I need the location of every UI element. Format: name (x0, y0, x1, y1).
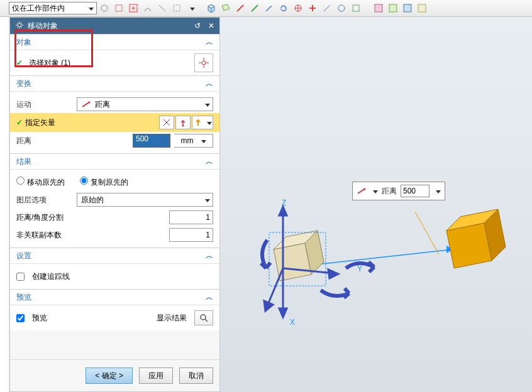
radio-copy[interactable]: 复制原先的 (80, 177, 128, 188)
toolbar-icon[interactable] (97, 1, 111, 15)
circle-icon[interactable] (335, 1, 348, 15)
toolbar-icon[interactable] (372, 1, 385, 15)
show-result-label: 显示结果 (157, 313, 187, 324)
chevron-up-icon: ︿ (206, 156, 213, 167)
toolbar-icon[interactable] (170, 1, 184, 15)
toolbar-icon[interactable] (415, 1, 429, 15)
arrow-icon[interactable] (262, 1, 276, 15)
distance-input[interactable]: 500 (133, 134, 170, 148)
svg-line-28 (21, 26, 23, 28)
svg-line-29 (17, 26, 18, 28)
svg-line-46 (267, 268, 283, 306)
close-icon[interactable]: ✕ (208, 21, 214, 30)
radio-move-input[interactable] (16, 177, 25, 185)
section-object-header[interactable]: 对象 ︿ (10, 34, 219, 50)
toolbar-icon[interactable] (126, 1, 140, 15)
layer-value: 原始的 (81, 195, 104, 205)
distance-icon (357, 187, 367, 195)
plus-icon[interactable] (306, 1, 319, 15)
vector-method-combo[interactable] (192, 116, 213, 129)
svg-line-9 (266, 6, 271, 11)
chevron-up-icon: ︿ (206, 292, 213, 303)
svg-line-15 (324, 5, 330, 11)
svg-line-41 (205, 319, 208, 322)
filter-value: 仅在工作部件内 (12, 3, 65, 14)
motion-value: 距离 (95, 99, 110, 110)
panel-title-text: 移动对象 (28, 21, 58, 31)
svg-rect-1 (116, 5, 122, 11)
section-title: 变换 (16, 79, 31, 89)
svg-point-16 (338, 5, 345, 11)
check-icon (16, 58, 25, 67)
divide-input[interactable] (169, 210, 213, 224)
svg-point-40 (201, 315, 206, 320)
refresh-icon[interactable] (277, 1, 291, 15)
vector-label: 指定矢量 (25, 117, 55, 128)
target-icon[interactable] (291, 1, 305, 15)
chevron-up-icon: ︿ (206, 251, 213, 261)
svg-point-22 (18, 23, 21, 27)
svg-line-42 (415, 212, 439, 254)
toolbar-icon[interactable] (141, 1, 155, 15)
copies-label: 非关联副本数 (16, 230, 165, 241)
cancel-button[interactable]: 取消 (179, 368, 213, 384)
section-title: 对象 (16, 37, 31, 48)
check-icon (16, 118, 25, 127)
toolbar-icon[interactable] (112, 1, 126, 15)
svg-line-5 (159, 5, 165, 11)
left-ruler (0, 17, 9, 392)
toolbar-icon[interactable] (386, 1, 400, 15)
float-distance-field[interactable] (401, 185, 429, 197)
copies-input[interactable] (169, 228, 213, 242)
chevron-down-icon[interactable] (370, 187, 378, 195)
section-title: 预览 (16, 292, 31, 303)
floating-distance-input[interactable]: 距离 (352, 182, 445, 200)
section-transform-header[interactable]: 变换 ︿ (10, 75, 219, 92)
reset-icon[interactable]: ↺ (194, 21, 201, 30)
svg-rect-17 (353, 5, 359, 11)
vector-flip-button[interactable] (175, 116, 191, 129)
line-icon[interactable] (233, 1, 247, 15)
face-icon[interactable] (219, 1, 233, 15)
toolbar-icon[interactable] (401, 1, 414, 15)
preview-checkbox[interactable] (16, 314, 25, 322)
distance-icon (81, 101, 91, 108)
cube-icon[interactable] (204, 1, 218, 15)
assembly-filter-combo[interactable]: 仅在工作部件内 (9, 2, 97, 14)
line-icon[interactable] (320, 1, 334, 15)
chevron-down-icon[interactable] (184, 1, 198, 15)
line-icon[interactable] (248, 1, 262, 15)
motion-select[interactable]: 距离 (77, 97, 213, 111)
panel-titlebar: 移动对象 ↺ ✕ (10, 18, 219, 34)
unit-combo[interactable]: mm (174, 134, 213, 148)
toolbar-icon[interactable] (155, 1, 169, 15)
vector-axis-button[interactable] (159, 116, 174, 129)
gear-icon (15, 21, 24, 31)
section-result-header[interactable]: 结果 ︿ (10, 153, 219, 170)
axis-z-label: Z (282, 199, 286, 207)
layer-select[interactable]: 原始的 (77, 193, 213, 207)
svg-point-0 (101, 5, 108, 11)
section-title: 设置 (16, 251, 31, 261)
section-preview-header[interactable]: 预览 ︿ (10, 289, 219, 305)
chevron-down-icon (202, 195, 210, 204)
show-result-button[interactable] (194, 310, 213, 325)
chevron-down-icon[interactable] (433, 187, 441, 195)
section-title: 结果 (16, 156, 31, 167)
grid-icon[interactable] (349, 1, 363, 15)
apply-button[interactable]: 应用 (139, 368, 173, 384)
svg-point-39 (182, 125, 184, 127)
graphics-viewport[interactable]: Z Y X 距离 (220, 17, 532, 392)
section-settings-header[interactable]: 设置 ︿ (10, 248, 219, 264)
copy-cube (446, 209, 506, 268)
radio-copy-input[interactable] (80, 177, 88, 185)
motion-label: 运动 (16, 99, 73, 110)
ok-button[interactable]: < 确定 > (86, 368, 133, 384)
radio-move[interactable]: 移动原先的 (16, 177, 65, 188)
trace-checkbox[interactable] (16, 273, 25, 281)
svg-line-8 (252, 5, 258, 11)
select-target-button[interactable] (194, 53, 213, 72)
svg-rect-19 (389, 4, 397, 12)
layer-label: 图层选项 (16, 195, 73, 205)
chevron-down-icon (86, 4, 94, 13)
